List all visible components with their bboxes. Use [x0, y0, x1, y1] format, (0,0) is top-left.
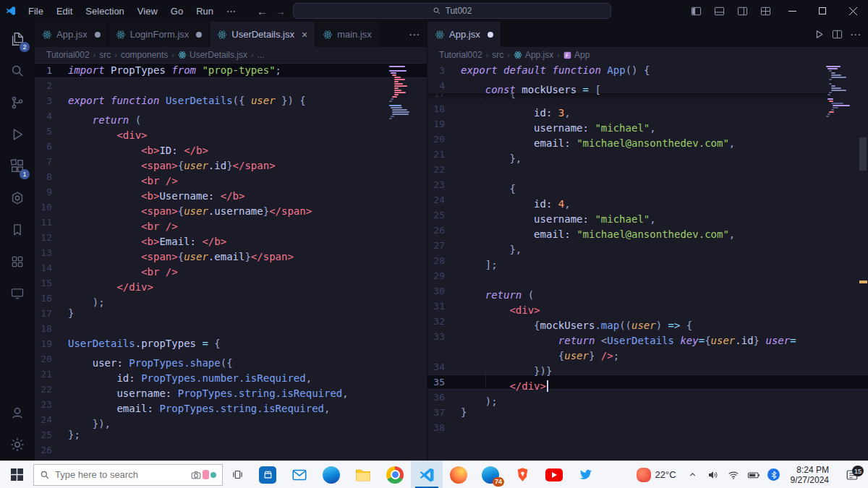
- code-line[interactable]: 13<span>{user.email}</span>: [35, 245, 427, 260]
- edge-badged-icon[interactable]: 74: [475, 461, 506, 488]
- brave-icon[interactable]: [506, 461, 538, 488]
- code-line[interactable]: 3export default function App() {: [427, 63, 830, 78]
- menu-file[interactable]: File: [22, 0, 50, 22]
- close-button[interactable]: [838, 0, 868, 22]
- store-app-icon[interactable]: [252, 461, 284, 488]
- code-line[interactable]: 21id: PropTypes.number.isRequired,: [35, 367, 427, 382]
- code-line[interactable]: 22username: PropTypes.string.isRequired,: [35, 382, 427, 397]
- code-line[interactable]: 4const mockUsers = [: [427, 78, 830, 93]
- code-line[interactable]: 10<span>{user.username}</span>: [35, 200, 427, 215]
- extensions-icon[interactable]: 1: [0, 150, 35, 182]
- code-line[interactable]: 19username: "michael",: [427, 116, 868, 132]
- firefox-icon[interactable]: [443, 461, 475, 488]
- breadcrumb-item[interactable]: components: [121, 50, 168, 60]
- code-line[interactable]: 3export function UserDetails({ user }) {: [35, 93, 427, 108]
- breadcrumb-item[interactable]: App: [563, 50, 590, 60]
- code-line[interactable]: 25};: [35, 427, 427, 442]
- dirty-indicator[interactable]: [488, 32, 493, 38]
- code-line[interactable]: 26: [35, 442, 427, 458]
- customize-layout-icon[interactable]: [754, 0, 777, 22]
- grid-extension-icon[interactable]: [0, 246, 35, 278]
- mail-app-icon[interactable]: [284, 461, 315, 488]
- taskbar-clock[interactable]: 8:24 PM 9/27/2024: [783, 465, 836, 485]
- breadcrumb-item[interactable]: Tutorial002: [439, 50, 482, 60]
- code-line[interactable]: 6<b>ID: </b>: [35, 139, 427, 154]
- chrome-icon[interactable]: [379, 461, 411, 488]
- code-line[interactable]: 4return (: [35, 108, 427, 124]
- code-line[interactable]: 38: [427, 420, 868, 435]
- taskbar-search-input[interactable]: [55, 469, 186, 480]
- bluetooth-icon[interactable]: [765, 461, 783, 488]
- more-actions-icon[interactable]: ⋯: [850, 28, 861, 41]
- code-line[interactable]: 27},: [427, 238, 868, 253]
- settings-gear-icon[interactable]: [0, 429, 35, 461]
- taskbar-search[interactable]: [33, 464, 223, 486]
- code-line[interactable]: 20email: "michael@ansonthedev.com",: [427, 132, 868, 147]
- tab-loginform-jsx[interactable]: LoginForm.jsx: [109, 22, 210, 47]
- search-highlights-graphic[interactable]: [191, 470, 216, 480]
- weather-widget[interactable]: 22°C: [629, 461, 684, 488]
- code-line[interactable]: 32{mockUsers.map((user) => {: [427, 314, 868, 329]
- code-line[interactable]: 9<b>Username: </b>: [35, 184, 427, 200]
- forward-icon[interactable]: →: [275, 5, 286, 17]
- tab-userdetails-jsx[interactable]: UserDetails.jsx ×: [210, 22, 315, 47]
- code-line[interactable]: {user} />;: [427, 344, 868, 359]
- tab-app-jsx[interactable]: App.jsx: [35, 22, 109, 47]
- code-editor-userdetails[interactable]: 1import PropTypes from "prop-types";23ex…: [35, 63, 427, 461]
- chevron-up-icon[interactable]: [684, 461, 702, 488]
- bookmarks-icon[interactable]: [0, 214, 35, 246]
- code-line[interactable]: 14<br />: [35, 260, 427, 275]
- menu-edit[interactable]: Edit: [50, 0, 79, 22]
- more-tabs-icon[interactable]: ⋯: [401, 22, 427, 47]
- code-line[interactable]: 11<br />: [35, 215, 427, 230]
- code-line[interactable]: 7<span>{user.id}</span>: [35, 154, 427, 169]
- remote-explorer-icon[interactable]: [0, 278, 35, 309]
- code-line[interactable]: 36);: [427, 390, 868, 405]
- code-line[interactable]: 5<div>: [35, 124, 427, 139]
- tab-app-jsx-right[interactable]: App.jsx: [427, 22, 501, 47]
- minimap[interactable]: [826, 63, 856, 120]
- start-button[interactable]: [0, 461, 33, 488]
- toggle-secondary-sidebar-icon[interactable]: [731, 0, 754, 22]
- code-line[interactable]: 34})}: [427, 359, 868, 374]
- code-line[interactable]: 20user: PropTypes.shape({: [35, 351, 427, 367]
- explorer-icon[interactable]: 2: [0, 23, 35, 55]
- code-line[interactable]: 21},: [427, 147, 868, 162]
- menu-selection[interactable]: Selection: [79, 0, 130, 22]
- code-line[interactable]: 22: [427, 162, 868, 177]
- scrollbar-thumb[interactable]: [859, 137, 867, 171]
- run-code-icon[interactable]: [814, 29, 825, 40]
- maximize-button[interactable]: [807, 0, 838, 22]
- code-line[interactable]: 16);: [35, 291, 427, 306]
- battery-icon[interactable]: [744, 461, 763, 488]
- close-tab-icon[interactable]: ×: [302, 29, 307, 40]
- vscode-taskbar-icon[interactable]: [411, 461, 443, 488]
- toggle-panel-icon[interactable]: [707, 0, 731, 22]
- code-line[interactable]: 35</div>: [427, 374, 868, 390]
- code-line[interactable]: 12<b>Email: </b>: [35, 230, 427, 245]
- notification-center-button[interactable]: 15: [836, 461, 868, 488]
- minimap[interactable]: [389, 63, 420, 122]
- code-line[interactable]: 23email: PropTypes.string.isRequired,: [35, 397, 427, 412]
- code-line[interactable]: 2: [35, 78, 427, 93]
- dirty-indicator[interactable]: [196, 32, 202, 38]
- code-editor-app[interactable]: 3export default function App() {4const m…: [427, 63, 868, 461]
- file-explorer-icon[interactable]: [347, 461, 379, 488]
- menu-overflow[interactable]: ⋯: [220, 0, 242, 22]
- source-control-icon[interactable]: [0, 87, 35, 119]
- tab-main-jsx[interactable]: main.jsx: [315, 22, 380, 47]
- menu-view[interactable]: View: [131, 0, 164, 22]
- code-line[interactable]: 18id: 3,: [427, 101, 868, 116]
- code-line[interactable]: 33return <UserDetails key={user.id} user…: [427, 329, 868, 344]
- accounts-icon[interactable]: [0, 397, 35, 429]
- wifi-icon[interactable]: [724, 461, 743, 488]
- code-line[interactable]: 17}: [35, 306, 427, 321]
- code-line[interactable]: 19UserDetails.propTypes = {: [35, 336, 427, 351]
- code-line[interactable]: 24}),: [35, 412, 427, 427]
- breadcrumb-item[interactable]: ...: [258, 50, 265, 60]
- task-view-button[interactable]: [223, 461, 252, 488]
- menu-go[interactable]: Go: [164, 0, 190, 22]
- toggle-sidebar-icon[interactable]: [684, 0, 707, 22]
- edge-app-icon[interactable]: [315, 461, 347, 488]
- volume-icon[interactable]: [704, 461, 723, 488]
